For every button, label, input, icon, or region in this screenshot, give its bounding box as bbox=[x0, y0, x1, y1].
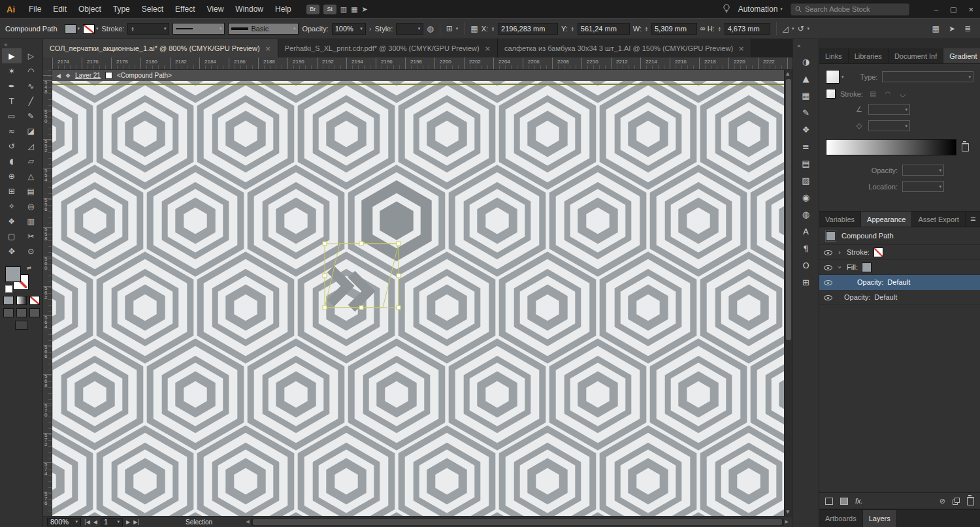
menu-type[interactable]: Type bbox=[107, 5, 136, 14]
menu-file[interactable]: File bbox=[23, 5, 47, 14]
share-icon[interactable]: ➤ bbox=[362, 5, 368, 14]
fill-color-control[interactable]: ▾ bbox=[65, 24, 80, 34]
gradient-slider[interactable] bbox=[826, 139, 956, 155]
gradient-angle-select[interactable]: ▾ bbox=[868, 104, 910, 115]
curvature-tool[interactable]: ∿ bbox=[22, 78, 41, 93]
menu-help[interactable]: Help bbox=[269, 5, 297, 14]
shaper-tool[interactable]: ≈ bbox=[2, 123, 22, 138]
stroke-panel-icon[interactable]: ≡ bbox=[793, 138, 819, 155]
duplicate-item-icon[interactable] bbox=[953, 498, 960, 505]
tab-close-icon[interactable]: × bbox=[485, 44, 491, 53]
panel-tab-layers[interactable]: Layers bbox=[863, 510, 897, 527]
stock-button[interactable]: St bbox=[323, 5, 336, 14]
panel-tab-document-inf[interactable]: Document Inf bbox=[889, 48, 943, 63]
gradient-panel-icon[interactable]: ▤ bbox=[793, 155, 819, 172]
restore-button[interactable]: ▢ bbox=[950, 5, 956, 14]
rotate-tool[interactable]: ↺ bbox=[2, 138, 22, 153]
gradient-stroke-swatch[interactable] bbox=[826, 89, 836, 99]
stroke-gradient-along-icon[interactable]: ◠ bbox=[883, 89, 893, 99]
opentype-panel-icon[interactable]: O bbox=[793, 257, 819, 274]
appearance-row-fill[interactable]: › Fill: bbox=[819, 260, 980, 275]
workspace-grid-icon[interactable]: ▦ bbox=[932, 24, 939, 33]
type-tool[interactable]: T bbox=[2, 93, 22, 108]
horizontal-scrollbar[interactable]: ◀ ▶ bbox=[246, 518, 789, 526]
panel-tab-artboards[interactable]: Artboards bbox=[819, 510, 863, 527]
eraser-tool[interactable]: ◪ bbox=[22, 123, 41, 138]
none-button[interactable] bbox=[29, 296, 40, 305]
zoom-level-select[interactable]: 800% ▾ bbox=[47, 518, 81, 526]
panel-menu-icon[interactable]: ≡ bbox=[966, 212, 980, 227]
blend-tool[interactable]: ◎ bbox=[22, 199, 41, 214]
align-options-icon[interactable]: ⊞ bbox=[446, 24, 453, 33]
minimize-button[interactable]: – bbox=[934, 5, 938, 13]
brush-definition-select[interactable]: Basic ▾ bbox=[228, 23, 299, 35]
panel-tab-appearance[interactable]: Appearance bbox=[861, 212, 912, 227]
clear-appearance-icon[interactable]: ⊘ bbox=[939, 497, 945, 505]
panel-tab-libraries[interactable]: Libraries bbox=[849, 48, 889, 63]
style-select[interactable]: ▾ bbox=[396, 23, 423, 35]
horizontal-scrollbar-track[interactable] bbox=[251, 519, 784, 526]
document-tab[interactable]: салфетка из бамбука 30х34 3 шт_1.AI @ 15… bbox=[498, 39, 751, 57]
vertical-scrollbar-thumb[interactable] bbox=[786, 79, 791, 340]
gradient-aspect-select[interactable]: ▾ bbox=[868, 120, 910, 131]
transparency-panel-icon[interactable]: ▨ bbox=[793, 172, 819, 189]
y-spinner[interactable]: ▲▼ bbox=[571, 26, 574, 31]
y-input[interactable]: 561,24 mm bbox=[578, 23, 630, 35]
panel-tab-gradient[interactable]: Gradient bbox=[943, 48, 980, 63]
selection-tool[interactable]: ▶ bbox=[2, 48, 22, 63]
delete-gradient-stop-icon[interactable] bbox=[962, 143, 969, 152]
hand-tool[interactable]: ✥ bbox=[2, 244, 22, 259]
appearance-row-opacity[interactable]: Opacity: Default bbox=[819, 290, 980, 305]
pen-tool[interactable]: ✒ bbox=[2, 78, 22, 93]
mesh-tool[interactable]: ⊞ bbox=[2, 184, 22, 199]
brushes-panel-icon[interactable]: ✎ bbox=[793, 104, 819, 121]
fill-opacity-value[interactable]: Default bbox=[887, 278, 910, 286]
free-transform-tool[interactable]: ▱ bbox=[22, 153, 41, 168]
scroll-down-icon[interactable]: ▼ bbox=[786, 509, 789, 515]
slice-tool[interactable]: ✂ bbox=[22, 229, 41, 244]
gradient-type-select[interactable]: ▾ bbox=[882, 71, 973, 82]
line-segment-tool[interactable]: ╱ bbox=[22, 93, 41, 108]
visibility-eye-icon[interactable] bbox=[824, 278, 832, 287]
last-artboard-button[interactable]: ▶| bbox=[133, 519, 139, 525]
perspective-grid-tool[interactable]: △ bbox=[22, 168, 41, 184]
appearance-row-stroke[interactable]: › Stroke: bbox=[819, 245, 980, 260]
document-layout-icon[interactable]: ▦ bbox=[351, 5, 357, 14]
scroll-left-icon[interactable]: ◀ bbox=[246, 519, 249, 524]
stroke-color-control[interactable]: ▾ bbox=[83, 24, 99, 34]
horizontal-scrollbar-thumb[interactable] bbox=[253, 519, 782, 525]
lasso-tool[interactable]: ◠ bbox=[22, 63, 41, 78]
stroke-gradient-across-icon[interactable]: ◡ bbox=[898, 89, 908, 99]
back-arrow-icon[interactable]: ◀ bbox=[56, 72, 61, 79]
horizontal-ruler[interactable]: 2174217621782180218221842186218821902192… bbox=[43, 57, 792, 70]
item-opacity-value[interactable]: Default bbox=[874, 293, 897, 301]
gradient-fill-swatch[interactable] bbox=[826, 70, 840, 84]
symbols-panel-icon[interactable]: ❖ bbox=[793, 121, 819, 138]
w-input[interactable]: 5,309 mm bbox=[651, 23, 697, 35]
direct-selection-tool[interactable]: ▷ bbox=[22, 48, 41, 63]
gradient-location-select[interactable]: ▾ bbox=[902, 181, 944, 192]
scale-tool[interactable]: ◿ bbox=[22, 138, 41, 153]
menu-view[interactable]: View bbox=[201, 5, 230, 14]
menu-object[interactable]: Object bbox=[73, 5, 107, 14]
stroke-gradient-within-icon[interactable]: ▤ bbox=[868, 89, 878, 99]
width-tool[interactable]: ◖ bbox=[2, 153, 22, 168]
paintbrush-tool[interactable]: ✎ bbox=[22, 108, 41, 123]
vertical-scrollbar[interactable]: ▲ ▼ bbox=[784, 70, 792, 516]
ruler-origin-corner[interactable] bbox=[43, 57, 52, 70]
stock-search-input[interactable]: Search Adobe Stock bbox=[791, 3, 909, 16]
shear-icon[interactable]: ◿ bbox=[783, 24, 789, 33]
color-guide-panel-icon[interactable]: ▲ bbox=[793, 70, 819, 87]
panel-tab-links[interactable]: Links bbox=[819, 48, 849, 63]
panel-arrow-icon[interactable]: › bbox=[369, 25, 372, 33]
opacity-input[interactable]: 100% ▾ bbox=[332, 23, 366, 35]
character-panel-icon[interactable]: A bbox=[793, 223, 819, 240]
visibility-eye-icon[interactable] bbox=[824, 248, 832, 257]
visibility-eye-icon[interactable] bbox=[824, 263, 832, 272]
gradient-opacity-select[interactable]: ▾ bbox=[902, 165, 944, 176]
symbol-sprayer-tool[interactable]: ❖ bbox=[2, 214, 22, 229]
stroke-weight-select[interactable]: ▲▼ ▾ bbox=[127, 23, 169, 35]
draw-inside-button[interactable] bbox=[29, 308, 40, 317]
panel-tab-asset-export[interactable]: Asset Export bbox=[912, 212, 965, 227]
arrow-panel-icon[interactable]: ➤ bbox=[949, 24, 955, 33]
